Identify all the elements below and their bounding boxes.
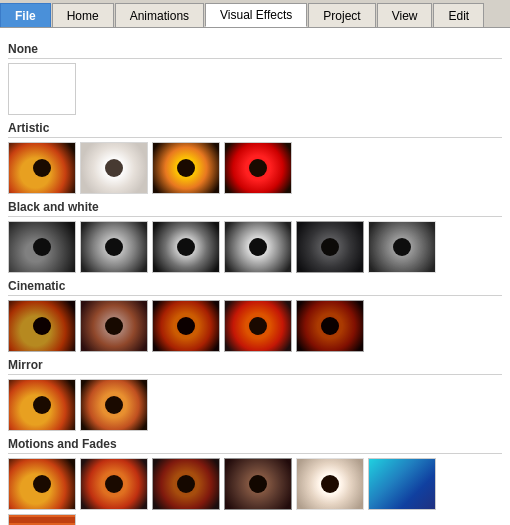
mf-container: Fade out to black (8, 458, 502, 525)
bw-grid (8, 221, 502, 273)
effect-mf-7[interactable] (8, 514, 76, 525)
section-header-artistic: Artistic (8, 121, 502, 138)
effect-artistic-3[interactable] (152, 142, 220, 194)
section-header-mf: Motions and Fades (8, 437, 502, 454)
effect-mf-1[interactable] (8, 458, 76, 510)
effect-mf-2[interactable] (80, 458, 148, 510)
mirror-grid (8, 379, 502, 431)
effect-mirror-1[interactable] (8, 379, 76, 431)
section-header-none: None (8, 42, 502, 59)
effect-mf-5[interactable] (296, 458, 364, 510)
tab-project[interactable]: Project (308, 3, 375, 27)
tab-animations[interactable]: Animations (115, 3, 204, 27)
artistic-grid (8, 142, 502, 194)
main-content: None Artistic Black and white Cinematic … (0, 28, 510, 525)
effect-bw-2[interactable] (80, 221, 148, 273)
effect-bw-6[interactable] (368, 221, 436, 273)
effect-mf-4[interactable] (224, 458, 292, 510)
mf-grid (8, 458, 502, 525)
tab-edit[interactable]: Edit (433, 3, 484, 27)
effect-cinematic-2[interactable] (80, 300, 148, 352)
effect-bw-3[interactable] (152, 221, 220, 273)
tab-bar: File Home Animations Visual Effects Proj… (0, 0, 510, 28)
section-header-mirror: Mirror (8, 358, 502, 375)
effect-mf-3[interactable] (152, 458, 220, 510)
effect-mirror-2[interactable] (80, 379, 148, 431)
cinematic-grid (8, 300, 502, 352)
tab-view[interactable]: View (377, 3, 433, 27)
section-header-cinematic: Cinematic (8, 279, 502, 296)
tab-visual-effects[interactable]: Visual Effects (205, 3, 307, 27)
effect-cinematic-1[interactable] (8, 300, 76, 352)
effect-none[interactable] (8, 63, 76, 115)
effect-cinematic-4[interactable] (224, 300, 292, 352)
tab-file[interactable]: File (0, 3, 51, 27)
effect-mf-6[interactable] (368, 458, 436, 510)
effect-artistic-2[interactable] (80, 142, 148, 194)
effect-artistic-4[interactable] (224, 142, 292, 194)
effect-bw-4[interactable] (224, 221, 292, 273)
tab-home[interactable]: Home (52, 3, 114, 27)
effect-cinematic-3[interactable] (152, 300, 220, 352)
section-header-bw: Black and white (8, 200, 502, 217)
effect-cinematic-5[interactable] (296, 300, 364, 352)
effect-artistic-1[interactable] (8, 142, 76, 194)
effect-bw-1[interactable] (8, 221, 76, 273)
effect-bw-5[interactable] (296, 221, 364, 273)
